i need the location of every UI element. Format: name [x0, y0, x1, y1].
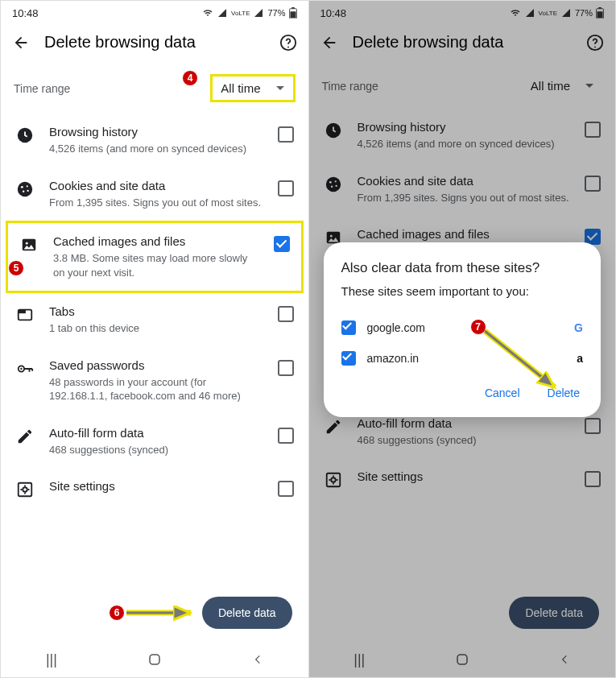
- row-site-settings[interactable]: Site settings: [4, 468, 305, 510]
- svg-point-11: [26, 242, 28, 245]
- nav-bar: |||: [1, 642, 308, 677]
- checkbox[interactable]: [278, 306, 294, 322]
- nav-recents[interactable]: |||: [46, 651, 57, 668]
- row-cookies[interactable]: Cookies and site dataFrom 1,395 sites. S…: [4, 167, 305, 221]
- cookie-icon: [324, 174, 343, 193]
- svg-rect-39: [457, 655, 467, 664]
- dialog-delete-button[interactable]: Delete: [544, 380, 583, 406]
- checkbox[interactable]: [278, 180, 294, 196]
- row-title: Browsing history: [358, 120, 571, 134]
- svg-point-17: [23, 488, 27, 493]
- nav-recents[interactable]: |||: [353, 651, 365, 668]
- row-title: Tabs: [49, 304, 263, 318]
- checkbox[interactable]: [274, 236, 290, 252]
- row-title: Cookies and site data: [358, 174, 571, 188]
- help-button[interactable]: [279, 34, 297, 52]
- battery-pct: 77%: [267, 8, 285, 18]
- row-title: Cached images and files: [53, 234, 259, 248]
- screen-left: 10:48 VoLTE 77% Delete browsing data Tim…: [1, 1, 308, 677]
- dialog-heading: Also clear data from these sites?: [341, 260, 584, 276]
- row-title: Site settings: [358, 469, 571, 483]
- wifi-icon: [202, 8, 213, 18]
- nav-bar: |||: [309, 642, 616, 677]
- status-time: 10:48: [12, 7, 39, 19]
- row-title: Site settings: [49, 479, 263, 493]
- battery-icon: [596, 7, 604, 19]
- svg-point-5: [18, 181, 32, 196]
- row-cached-images[interactable]: Cached images and files3.8 MB. Some site…: [6, 221, 304, 293]
- delete-data-button[interactable]: Delete data: [202, 597, 292, 629]
- nav-home[interactable]: [147, 652, 162, 667]
- site-favicon: G: [574, 321, 583, 334]
- nav-home[interactable]: [455, 652, 469, 667]
- clock-icon: [324, 120, 343, 139]
- svg-point-29: [330, 185, 332, 187]
- checkbox[interactable]: [278, 428, 294, 444]
- checkbox[interactable]: [278, 360, 294, 376]
- signal-icon: [217, 8, 228, 18]
- row-sub: 4,526 items (and more on synced devices): [49, 142, 263, 156]
- volte-label: VoLTE: [231, 10, 250, 17]
- annotation-step-7: 7: [470, 319, 486, 335]
- page-header: Delete browsing data: [1, 25, 308, 66]
- nav-back[interactable]: [559, 652, 570, 667]
- svg-point-30: [335, 184, 337, 186]
- row-sub: From 1,395 sites. Signs you out of most …: [49, 196, 263, 210]
- battery-pct: 77%: [575, 8, 593, 18]
- svg-point-8: [23, 190, 24, 192]
- annotation-step-4: 4: [182, 70, 198, 86]
- delete-data-button[interactable]: Delete data: [509, 597, 599, 629]
- time-range-row: Time range All time: [1, 66, 308, 114]
- back-button[interactable]: [12, 34, 30, 52]
- status-time: 10:48: [320, 7, 347, 19]
- row-sub: 468 suggestions (synced): [358, 433, 571, 448]
- chevron-down-icon: [275, 85, 285, 92]
- svg-point-9: [27, 189, 28, 191]
- svg-point-15: [20, 368, 22, 370]
- checkbox[interactable]: [341, 320, 356, 335]
- svg-point-28: [334, 180, 336, 182]
- row-tabs[interactable]: Tabs1 tab on this device: [4, 293, 305, 347]
- tab-icon: [15, 304, 35, 324]
- checkbox[interactable]: [278, 126, 294, 143]
- annotation-step-5: 5: [8, 260, 24, 276]
- page-header: Delete browsing data: [309, 25, 616, 66]
- status-bar: 10:48 VoLTE 77%: [309, 1, 616, 25]
- signal-icon-2: [253, 8, 264, 18]
- time-range-value: All time: [221, 81, 260, 95]
- site-name: amazon.in: [367, 352, 566, 365]
- row-autofill[interactable]: Auto-fill form data468 suggestions (sync…: [4, 415, 305, 469]
- row-sub: 1 tab on this device: [49, 321, 263, 336]
- nav-back[interactable]: [252, 652, 263, 667]
- row-browsing-history[interactable]: Browsing history4,526 items (and more on…: [312, 109, 613, 163]
- row-sub: 468 suggestions (synced): [49, 443, 263, 457]
- svg-point-6: [21, 185, 23, 188]
- checkbox[interactable]: [585, 122, 601, 138]
- site-name: google.com: [367, 321, 564, 334]
- row-saved-passwords[interactable]: Saved passwords48 passwords in your acco…: [4, 347, 305, 415]
- svg-rect-2: [290, 11, 296, 18]
- checkbox[interactable]: [585, 418, 601, 434]
- row-cookies[interactable]: Cookies and site dataFrom 1,395 sites. S…: [312, 163, 613, 217]
- row-sub: 4,526 items (and more on synced devices): [358, 137, 571, 151]
- dialog-cancel-button[interactable]: Cancel: [482, 380, 523, 406]
- row-site-settings[interactable]: Site settings: [312, 458, 613, 500]
- page-title: Delete browsing data: [44, 33, 265, 52]
- checkbox[interactable]: [341, 351, 356, 366]
- dialog-site-row[interactable]: google.com G: [341, 312, 584, 343]
- page-title: Delete browsing data: [353, 33, 573, 52]
- svg-point-7: [27, 185, 28, 187]
- checkbox[interactable]: [585, 176, 601, 192]
- checkbox[interactable]: [585, 471, 601, 487]
- back-button[interactable]: [320, 34, 338, 52]
- dialog-site-row[interactable]: amazon.in a: [341, 343, 584, 374]
- wifi-icon: [510, 8, 521, 18]
- time-range-dropdown[interactable]: All time: [210, 74, 295, 102]
- help-button[interactable]: [586, 34, 604, 52]
- checkbox[interactable]: [278, 481, 294, 497]
- time-range-dropdown[interactable]: All time: [523, 74, 602, 97]
- row-sub: From 1,395 sites. Signs you out of most …: [358, 191, 571, 205]
- row-title: Browsing history: [49, 125, 263, 138]
- image-icon: [19, 234, 39, 254]
- row-browsing-history[interactable]: Browsing history4,526 items (and more on…: [4, 114, 305, 167]
